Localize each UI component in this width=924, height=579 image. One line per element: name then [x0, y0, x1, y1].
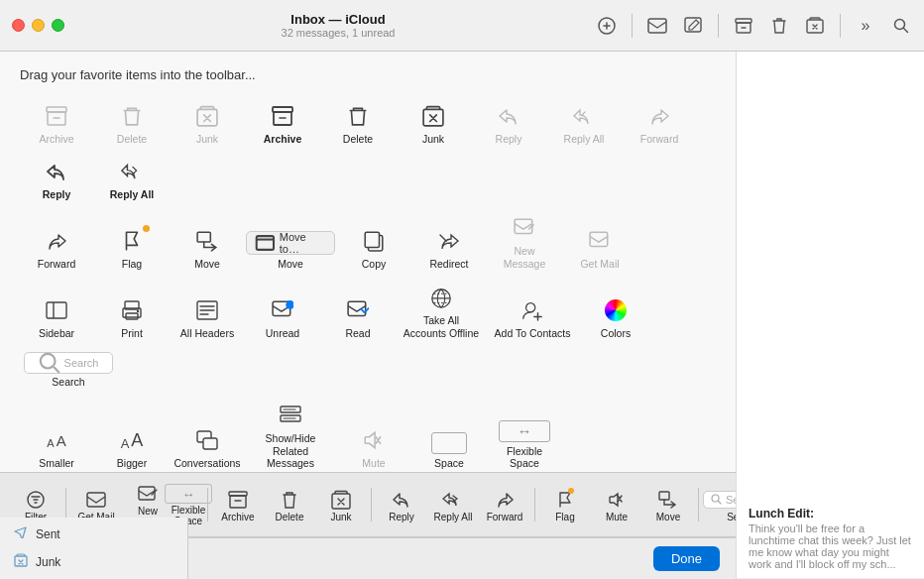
compose-icon[interactable] [682, 15, 704, 37]
tb-mute[interactable]: Mute [591, 485, 642, 525]
tb-junk-icon [331, 489, 351, 511]
tool-redirect-label: Redirect [429, 258, 468, 271]
window-subtitle: 32 messages, 1 unread [282, 27, 396, 39]
minimize-button[interactable] [32, 19, 45, 32]
tool-colors[interactable]: Colors [579, 278, 652, 343]
tool-junk-dim[interactable]: Junk [171, 96, 244, 150]
copy-icon [360, 227, 388, 255]
tool-mute[interactable]: Mute [337, 396, 410, 472]
tool-bigger-label: Bigger [117, 457, 147, 470]
tool-takeallaccounts-label: Take All Accounts Offline [402, 314, 481, 339]
sidebar-item-junk[interactable]: Junk [0, 548, 187, 575]
tool-junk[interactable]: Junk [397, 96, 470, 150]
reply-dim-icon [495, 102, 522, 130]
tb-forward-icon [495, 489, 515, 511]
junk-tb-icon[interactable] [804, 15, 826, 37]
mailbox-icon[interactable] [646, 15, 668, 37]
sidebar-item-sent[interactable]: Sent [0, 521, 187, 546]
tb-search[interactable]: Search Search [703, 485, 736, 525]
tb-junk[interactable]: Junk [315, 485, 367, 525]
tool-unread[interactable]: Unread [246, 278, 319, 343]
tool-read[interactable]: Read [321, 278, 395, 343]
svg-rect-18 [590, 232, 608, 246]
tool-getmail-label: Get Mail [580, 258, 619, 271]
tb-getmail-icon [86, 489, 106, 511]
tool-print[interactable]: Print [95, 278, 169, 343]
forward-icon [43, 227, 70, 255]
tb-delete-icon [282, 489, 297, 511]
tool-move[interactable]: Move [171, 208, 244, 274]
sep3 [840, 14, 841, 38]
tool-replyall-dim[interactable]: Reply All [547, 96, 621, 150]
close-button[interactable] [12, 19, 25, 32]
tool-replyall-label: Reply All [110, 188, 155, 201]
unread-icon [269, 296, 296, 324]
junk-dim-icon [193, 102, 221, 130]
tb-delete[interactable]: Delete [264, 485, 315, 525]
tb-forward[interactable]: Forward [479, 485, 530, 525]
tool-showhide[interactable]: Show/Hide Related Messages [246, 396, 335, 472]
svg-point-29 [40, 353, 55, 368]
tool-archive-dim[interactable]: Archive [20, 96, 93, 150]
content-panel: Drag your favorite items into the toolba… [0, 52, 736, 579]
tb-reply[interactable]: Reply [376, 485, 427, 525]
tool-moveto[interactable]: Move to… Move [246, 208, 335, 274]
tool-forward[interactable]: Forward [20, 208, 93, 274]
tb-archive[interactable]: Archive [212, 485, 264, 525]
search-icon[interactable] [890, 15, 912, 37]
sidebar-item-sent-label: Sent [36, 527, 60, 541]
tb-flag[interactable]: Flag [539, 485, 591, 525]
tool-newmessage[interactable]: New Message [488, 208, 561, 274]
maximize-button[interactable] [52, 19, 64, 32]
tool-reply[interactable]: Reply [20, 152, 93, 205]
tool-search[interactable]: Search Search [20, 346, 117, 393]
tb-replyall[interactable]: Reply All [427, 485, 479, 525]
tool-forward-dim[interactable]: Forward [623, 96, 696, 150]
bigger-icon: AA [118, 426, 146, 454]
tool-delete[interactable]: Delete [321, 96, 395, 150]
done-button[interactable]: Done [653, 546, 720, 571]
note-icon[interactable] [596, 15, 618, 37]
tool-getmail[interactable]: Get Mail [563, 208, 636, 274]
tool-smaller[interactable]: AA Smaller [20, 396, 93, 472]
trash-icon[interactable] [768, 15, 790, 37]
tool-colors-label: Colors [601, 327, 631, 340]
tool-reply-dim[interactable]: Reply [472, 96, 545, 150]
delete-icon [344, 102, 372, 130]
window-title: Inbox — iCloud [290, 12, 385, 27]
tool-flag[interactable]: Flag [95, 208, 169, 274]
tool-flexspace[interactable]: ↔ Flexible Space [488, 396, 561, 472]
tool-space[interactable]: Space [412, 396, 486, 472]
archive-tb-icon[interactable] [733, 15, 754, 37]
junk-icon [419, 102, 447, 130]
main-area: Drag your favorite items into the toolba… [0, 52, 924, 579]
svg-rect-31 [203, 438, 217, 449]
tb-search-icon: Search [703, 489, 736, 511]
tb-search-field[interactable]: Search [703, 491, 736, 509]
more-icon[interactable]: » [855, 15, 876, 37]
tool-conversations[interactable]: Conversations [171, 396, 244, 472]
tool-copy[interactable]: Copy [337, 208, 410, 274]
svg-rect-17 [515, 219, 532, 233]
tool-replyall[interactable]: Reply All [95, 152, 169, 205]
tool-junk-dim-label: Junk [196, 133, 218, 146]
tb-search-text: Search [726, 494, 736, 506]
tool-addcontacts[interactable]: Add To Contacts [488, 278, 577, 343]
tool-delete-dim[interactable]: Delete [95, 96, 169, 150]
tool-redirect[interactable]: Redirect [412, 208, 486, 274]
tb-flexspace-icon: ↔ [165, 484, 212, 504]
tb-replyall-icon [442, 489, 464, 511]
tool-sidebar[interactable]: Sidebar [20, 278, 93, 343]
tb-forward-label: Forward [487, 512, 523, 522]
tb-move[interactable]: Move [642, 485, 694, 525]
addcontacts-icon [519, 296, 546, 324]
tb-move-label: Move [656, 512, 680, 522]
message-preview-item[interactable]: Lunch Edit: Think you'll be free for a l… [737, 499, 924, 579]
tool-bigger[interactable]: AA Bigger [95, 396, 169, 472]
tool-reply-label: Reply [43, 188, 71, 201]
newmessage-icon [511, 214, 538, 242]
tool-grid-row2: Forward Flag Move [20, 208, 716, 274]
tool-allheaders[interactable]: All Headers [171, 278, 244, 343]
tool-archive[interactable]: Archive [246, 96, 319, 150]
tool-takeallaccounts[interactable]: Take All Accounts Offline [397, 278, 486, 343]
